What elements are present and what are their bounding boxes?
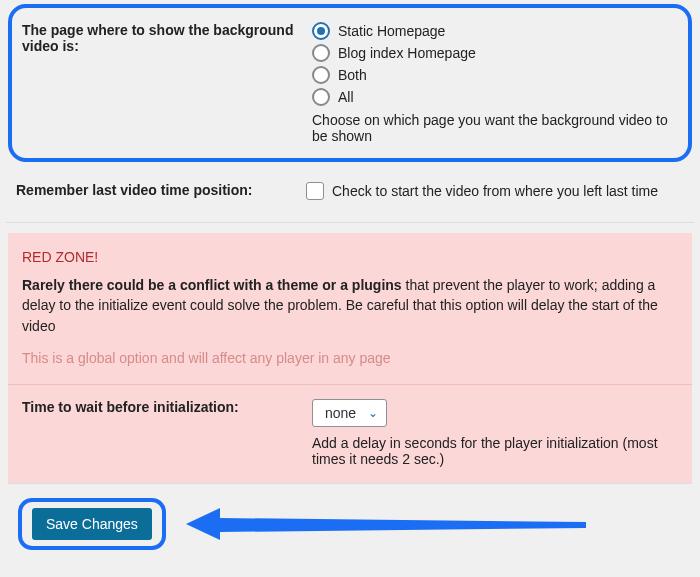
checkbox-icon	[306, 182, 324, 200]
radio-icon	[312, 66, 330, 84]
radio-both[interactable]: Both	[312, 66, 678, 84]
page-location-desc: Choose on which page you want the backgr…	[312, 112, 678, 144]
page-location-section: The page where to show the background vi…	[8, 4, 692, 162]
remember-label: Remember last video time position:	[16, 182, 306, 204]
svg-marker-0	[186, 508, 586, 540]
red-zone-body-bold: Rarely there could be a conflict with a …	[22, 277, 402, 293]
footer: Save Changes	[6, 484, 694, 550]
save-highlight: Save Changes	[18, 498, 166, 550]
red-zone-note: This is a global option and will affect …	[22, 350, 678, 366]
radio-blog-index-homepage[interactable]: Blog index Homepage	[312, 44, 678, 62]
arrow-icon	[186, 502, 586, 547]
red-zone-body: Rarely there could be a conflict with a …	[22, 275, 678, 336]
remember-check-label: Check to start the video from where you …	[332, 183, 658, 199]
init-delay-desc: Add a delay in seconds for the player in…	[312, 435, 678, 467]
save-changes-button[interactable]: Save Changes	[32, 508, 152, 540]
red-zone-section: RED ZONE! Rarely there could be a confli…	[8, 233, 692, 484]
remember-checkbox-row[interactable]: Check to start the video from where you …	[306, 182, 684, 200]
radio-static-homepage[interactable]: Static Homepage	[312, 22, 678, 40]
radio-label: Static Homepage	[338, 23, 445, 39]
init-delay-select[interactable]: none ⌄	[312, 399, 387, 427]
page-location-label: The page where to show the background vi…	[22, 22, 312, 144]
radio-label: All	[338, 89, 354, 105]
radio-all[interactable]: All	[312, 88, 678, 106]
remember-position-section: Remember last video time position: Check…	[6, 164, 694, 223]
red-zone-title: RED ZONE!	[22, 249, 678, 265]
page-location-options: Static Homepage Blog index Homepage Both…	[312, 22, 678, 144]
radio-label: Both	[338, 67, 367, 83]
init-delay-label: Time to wait before initialization:	[22, 399, 312, 467]
radio-label: Blog index Homepage	[338, 45, 476, 61]
radio-icon	[312, 22, 330, 40]
chevron-down-icon: ⌄	[368, 406, 378, 420]
radio-icon	[312, 88, 330, 106]
select-value: none	[325, 405, 356, 421]
initialization-delay-row: Time to wait before initialization: none…	[8, 384, 692, 483]
radio-icon	[312, 44, 330, 62]
